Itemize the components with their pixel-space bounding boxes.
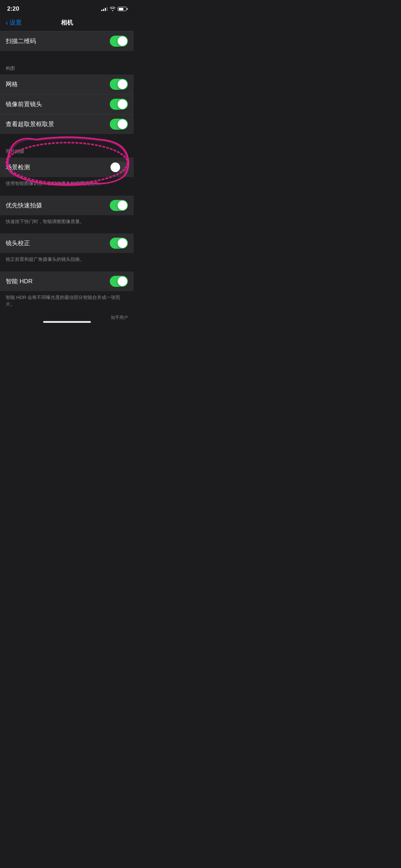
nav-back-label: 设置 bbox=[10, 19, 22, 27]
setting-label-scan-qr: 扫描二维码 bbox=[6, 37, 36, 45]
nav-title: 相机 bbox=[61, 19, 73, 27]
status-time: 2:20 bbox=[7, 5, 19, 12]
toggle-thumb-mirror-front bbox=[118, 99, 127, 109]
wifi-icon bbox=[110, 7, 115, 11]
toggle-mirror-front[interactable] bbox=[110, 99, 128, 110]
setting-row-lens-correction: 镜头校正 bbox=[0, 233, 134, 253]
setting-label-grid: 网格 bbox=[6, 80, 18, 88]
toggle-view-outside[interactable] bbox=[110, 119, 128, 130]
section-composition: 构图 网格 镜像前置镜头 查看超取景框取景 bbox=[0, 58, 134, 134]
setting-label-smart-hdr: 智能 HDR bbox=[6, 277, 33, 285]
battery-fill bbox=[119, 8, 123, 10]
toggle-thumb-lens-correction bbox=[118, 238, 127, 248]
inner-separator-1 bbox=[0, 193, 134, 196]
signal-icon bbox=[101, 7, 108, 11]
setting-description-priority-capture: 快速按下快门时，智能调整图像质量。 bbox=[0, 215, 134, 231]
section-composition-group: 网格 镜像前置镜头 查看超取景框取景 bbox=[0, 74, 134, 134]
toggle-thumb-scene-detect bbox=[110, 162, 120, 172]
toggle-thumb-scan-qr bbox=[118, 36, 127, 46]
home-indicator bbox=[43, 321, 91, 323]
toggle-thumb-priority-capture bbox=[118, 201, 127, 210]
toggle-scene-detect[interactable] bbox=[110, 162, 128, 173]
zhihu-watermark: 知乎用户 bbox=[111, 315, 128, 321]
section-photo-capture-group: 场景检测 bbox=[0, 157, 134, 177]
chevron-left-icon: ‹ bbox=[6, 19, 8, 26]
setting-row-smart-hdr: 智能 HDR bbox=[0, 272, 134, 291]
setting-description-smart-hdr: 智能 HDR 会将不同曝光度的最佳部分智能合并成一张照片。 bbox=[0, 291, 134, 314]
setting-row-priority-capture: 优先快速拍摄 bbox=[0, 196, 134, 215]
setting-description-scene-detect: 使用智能图像识别，自动改善各种场景的照片。 bbox=[0, 177, 134, 193]
nav-back-button[interactable]: ‹ 设置 bbox=[6, 19, 22, 27]
separator-2 bbox=[0, 134, 134, 141]
setting-row-mirror-front: 镜像前置镜头 bbox=[0, 94, 134, 114]
setting-row-scene-detect: 场景检测 bbox=[0, 157, 134, 177]
settings-wrapper: 扫描二维码 构图 网格 镜像前置镜头 bbox=[0, 31, 134, 314]
toggle-grid[interactable] bbox=[110, 79, 128, 90]
setting-label-scene-detect: 场景检测 bbox=[6, 163, 30, 171]
toggle-smart-hdr[interactable] bbox=[110, 276, 128, 287]
nav-bar: ‹ 设置 相机 bbox=[0, 16, 134, 31]
smart-hdr-group: 智能 HDR bbox=[0, 272, 134, 291]
toggle-thumb-smart-hdr bbox=[118, 277, 127, 286]
section-header-composition: 构图 bbox=[0, 58, 134, 74]
setting-label-lens-correction: 镜头校正 bbox=[6, 239, 30, 247]
separator-1 bbox=[0, 51, 134, 58]
page-wrapper: 2:20 ‹ 设置 相机 bbox=[0, 0, 134, 326]
toggle-lens-correction[interactable] bbox=[110, 238, 128, 249]
section-photo-capture: 照片拍摄 场景检测 使用智能图像识别，自动改善各种场景的照片。 优先快速拍摄 bbox=[0, 141, 134, 314]
inner-separator-2 bbox=[0, 231, 134, 233]
priority-capture-group: 优先快速拍摄 bbox=[0, 196, 134, 215]
toggle-scan-qr[interactable] bbox=[110, 36, 128, 47]
setting-row-view-outside: 查看超取景框取景 bbox=[0, 114, 134, 134]
inner-separator-3 bbox=[0, 269, 134, 272]
toggle-priority-capture[interactable] bbox=[110, 200, 128, 211]
lens-correction-group: 镜头校正 bbox=[0, 233, 134, 253]
status-bar: 2:20 bbox=[0, 0, 134, 16]
setting-row-grid: 网格 bbox=[0, 74, 134, 94]
setting-description-lens-correction: 校正前置和超广角摄像头的镜头扭曲。 bbox=[0, 253, 134, 269]
section-scan: 扫描二维码 bbox=[0, 31, 134, 51]
section-header-photo-capture: 照片拍摄 bbox=[0, 141, 134, 157]
setting-label-view-outside: 查看超取景框取景 bbox=[6, 120, 54, 128]
status-icons bbox=[101, 7, 127, 11]
setting-label-priority-capture: 优先快速拍摄 bbox=[6, 201, 42, 210]
setting-row-scan-qr: 扫描二维码 bbox=[0, 31, 134, 51]
home-indicator-area: 知乎用户 bbox=[0, 314, 134, 326]
section-scan-group: 扫描二维码 bbox=[0, 31, 134, 51]
battery-icon bbox=[118, 7, 127, 11]
setting-label-mirror-front: 镜像前置镜头 bbox=[6, 100, 42, 108]
toggle-thumb-grid bbox=[118, 79, 127, 89]
toggle-thumb-view-outside bbox=[118, 119, 127, 129]
